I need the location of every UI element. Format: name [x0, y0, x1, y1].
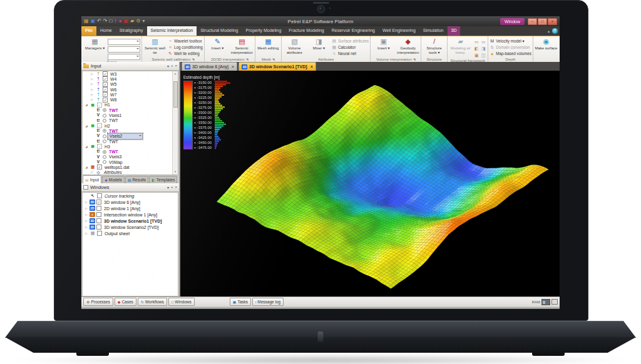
windows-item-output-sheet[interactable]: ▷▤Output sheet	[83, 230, 178, 236]
expand-icon[interactable]: ▷	[85, 232, 88, 235]
radio[interactable]	[103, 160, 106, 164]
radio[interactable]	[103, 129, 106, 133]
ribbon-tab-file[interactable]: File	[81, 26, 96, 36]
pane-close-icon[interactable]: ×	[175, 64, 177, 68]
pane-tab-models[interactable]: ◆Models	[102, 176, 125, 183]
input-item-twt[interactable]: t!TWT	[83, 149, 178, 154]
framework-mini-icon[interactable]: ◫	[480, 53, 486, 59]
windows-item-3d-window-6-any[interactable]: ▷3D✓3D window 6 [Any]	[83, 199, 178, 205]
ribbon-button-volume-attributes[interactable]: ▧Volume attributes	[283, 37, 306, 56]
checkbox[interactable]	[96, 225, 101, 230]
window-tab-3d-window-scenario1-tvd[interactable]: 3D3D window Scenario1 [TVD]×	[238, 62, 316, 71]
framework-mini-icon[interactable]: ▭	[473, 39, 479, 45]
dialog-launcher-icon[interactable]: ◥	[413, 58, 416, 61]
checkbox[interactable]: ✓	[103, 76, 108, 81]
folder-icon[interactable]: ▰	[130, 19, 134, 24]
expand-icon[interactable]: ◢	[85, 124, 88, 128]
ribbon-button-insert[interactable]: ✎Insert ▾	[206, 37, 229, 56]
ribbon-button-log-conditioning[interactable]: ≡Log conditioning	[168, 44, 203, 50]
help-icon[interactable]: ?	[552, 28, 558, 34]
ribbon-tab-reservoir-engineering[interactable]: Reservoir Engineering	[328, 26, 379, 36]
expand-icon[interactable]: ◢	[85, 103, 88, 106]
input-item-vseis2[interactable]: VVseis2	[83, 134, 178, 139]
redo-icon[interactable]: ↷	[103, 19, 108, 24]
close-tab-icon[interactable]: ×	[232, 64, 234, 69]
checkbox[interactable]: ✓	[97, 123, 102, 128]
expand-icon[interactable]: ▷	[90, 78, 94, 81]
3d-surface-canvas[interactable]	[180, 71, 560, 296]
ribbon-tab-3d[interactable]: 3D	[448, 26, 461, 36]
windows-item-2d-window-1-any[interactable]: ▷2D2D window 1 [Any]	[83, 205, 178, 211]
pin-icon[interactable]: †	[114, 19, 116, 24]
expand-icon[interactable]: ▷	[90, 73, 94, 76]
checkbox[interactable]: ✓	[103, 87, 108, 92]
window-tab-3d-window-6-any[interactable]: 3D3D window 6 [Any]×	[182, 62, 237, 71]
setup-dropdown[interactable]	[108, 54, 140, 60]
expand-icon[interactable]: ▷	[85, 213, 88, 216]
close-tab-icon[interactable]: ×	[310, 64, 313, 69]
ribbon-button-modeling-w-interp[interactable]: ▰Modeling w/ interp.	[449, 37, 472, 59]
checkbox[interactable]: ✓	[103, 82, 108, 87]
input-item-w8[interactable]: ▷†✓W8	[83, 97, 178, 102]
ribbon-button-surface-attributes[interactable]: ▤Surface attributes	[332, 38, 369, 44]
status-tab-tasks[interactable]: ▣Tasks	[230, 298, 251, 306]
ribbon-button-velocity-model[interactable]: MVelocity model ▾	[490, 38, 531, 44]
pane-tab-results[interactable]: ▦Results	[125, 176, 148, 183]
framework-mini-icon[interactable]: ◧	[473, 46, 479, 52]
ribbon-button-insert[interactable]: ▣Insert ▾	[372, 37, 395, 56]
app-icon[interactable]: ▦	[84, 19, 89, 24]
pane-pin-icon[interactable]: +	[171, 64, 173, 68]
gear-icon[interactable]: ⚙	[136, 19, 140, 24]
ribbon-button-seismic-interpretation[interactable]: ▤Seismic interpretation	[230, 37, 254, 56]
input-item-twt[interactable]: t!TWT	[83, 118, 178, 123]
input-item-twt[interactable]: t!TWT	[83, 108, 178, 113]
ribbon-tab-seismic-interpretation[interactable]: Seismic Interpretation	[147, 26, 197, 36]
input-item-w3[interactable]: ▷†✓W3	[83, 71, 178, 76]
expand-icon[interactable]: ▷	[85, 226, 88, 229]
expand-icon[interactable]: ▷	[90, 88, 94, 91]
radio[interactable]	[103, 150, 106, 154]
status-tab-cases[interactable]: ◆Cases	[115, 298, 136, 306]
framework-mini-icon[interactable]: ◨	[480, 46, 486, 52]
status-tab-workflows[interactable]: ↻Workflows	[138, 298, 167, 306]
minimize-button[interactable]: –	[528, 18, 537, 25]
radio[interactable]	[103, 119, 106, 123]
package-icon[interactable]: ▣	[124, 19, 129, 24]
maximize-button[interactable]: □	[538, 18, 547, 25]
expand-icon[interactable]: ▷	[85, 220, 88, 223]
dialog-launcher-icon[interactable]: ◥	[246, 58, 249, 61]
ribbon-tab-property-modeling[interactable]: Property Modeling	[242, 26, 285, 36]
input-item-v0map[interactable]: VV0Map	[83, 159, 178, 164]
ribbon-tab-structural-modeling[interactable]: Structural Modeling	[197, 26, 242, 36]
ribbon-button-wavelet-toolbox[interactable]: ~Wavelet toolbox	[168, 38, 203, 44]
status-tab-windows[interactable]: □Windows	[168, 298, 195, 306]
ribbon-button-mixer[interactable]: ◨Mixer ▾	[307, 37, 331, 56]
input-item-w4[interactable]: ▷†✓W4	[83, 76, 178, 81]
ribbon-tab-stratigraphy[interactable]: Stratigraphy	[116, 26, 147, 36]
window-menu-button[interactable]: Window	[500, 18, 525, 25]
pane-pin-icon[interactable]: +	[171, 185, 173, 190]
ribbon-button-managers[interactable]: ▦Managers ▾	[83, 37, 106, 60]
radio[interactable]	[103, 139, 106, 143]
expand-icon[interactable]: ◢	[85, 145, 88, 148]
radio[interactable]	[103, 155, 106, 159]
more-icon[interactable]: ▾	[143, 19, 145, 24]
setup-dropdown[interactable]	[108, 39, 140, 45]
scrollbar-thumb[interactable]	[173, 81, 178, 108]
save-icon[interactable]: ▣	[91, 19, 96, 24]
windows-item-cursor-tracking[interactable]: ↖Cursor tracking	[83, 193, 178, 199]
pane-tab-templates[interactable]: ◧Templates	[149, 176, 177, 183]
ribbon-button-geobody-interpretation[interactable]: ◆Geobody interpretation	[396, 37, 419, 56]
ribbon-button-structure-tools[interactable]: /Structure tools ▾	[423, 37, 446, 56]
input-item-h2[interactable]: ◢◼✓H2	[83, 123, 178, 128]
windows-item-3d-window-scenario1-tvd[interactable]: ▷3D3D window Scenario1 [TVD]	[83, 218, 178, 224]
checkbox[interactable]	[97, 231, 102, 236]
expand-icon[interactable]: ▷	[90, 171, 94, 174]
ribbon-button-polygon-editing[interactable]: ◇Polygon editing	[559, 37, 560, 56]
input-item-welltops1-dat[interactable]: ◢▦✓welltops1.dat	[83, 164, 178, 169]
input-item-h3[interactable]: ◢◼✓H3	[83, 144, 178, 149]
ribbon-button-well-tie-editing[interactable]: ✎Well tie editing	[168, 51, 203, 56]
ribbon-button-calculator[interactable]: ▦Calculator	[332, 44, 369, 50]
windows-item-3d-window-scenario2-tvd[interactable]: ▷3D3D window Scenario2 [TVD]	[83, 224, 178, 230]
dialog-launcher-icon[interactable]: ◥	[272, 58, 275, 61]
